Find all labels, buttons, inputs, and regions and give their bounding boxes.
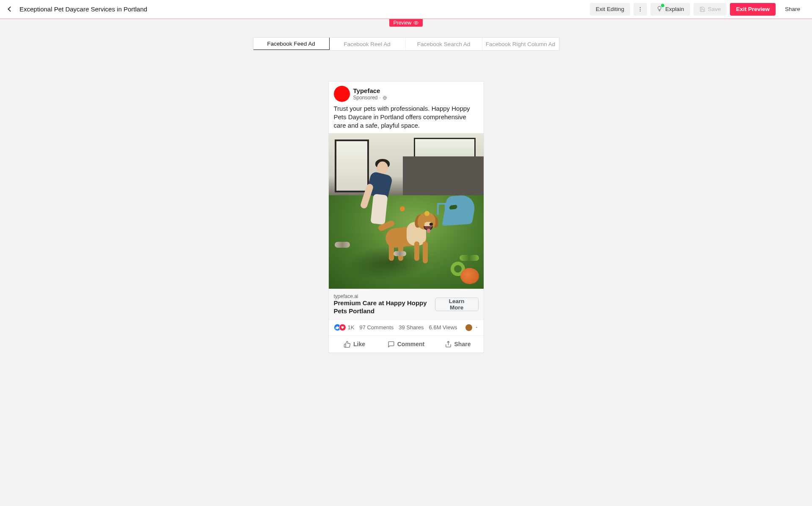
tab-facebook-right-column[interactable]: Facebook Right Column Ad bbox=[482, 38, 559, 50]
sponsored-label: Sponsored bbox=[353, 95, 378, 101]
globe-icon bbox=[383, 96, 387, 100]
love-reaction-icon bbox=[339, 324, 346, 331]
back-button[interactable] bbox=[6, 5, 14, 14]
comments-count: 97 Comments bbox=[359, 324, 394, 331]
reactions-cluster: 1K bbox=[334, 324, 355, 331]
fb-post-body: Trust your pets with professionals. Happ… bbox=[329, 102, 484, 133]
svg-point-0 bbox=[640, 7, 641, 8]
topbar-actions: Exit Editing Explain Save Exit Preview S… bbox=[590, 3, 806, 16]
learn-more-button[interactable]: Learn More bbox=[435, 298, 479, 311]
reactions-count: 1K bbox=[348, 324, 355, 331]
fb-cta-text: typeface.ai Premium Care at Happy Hoppy … bbox=[334, 293, 435, 315]
preview-badge-label: Preview bbox=[394, 20, 412, 26]
dot-separator: · bbox=[380, 95, 381, 101]
like-action[interactable]: Like bbox=[329, 336, 380, 353]
reaction-icons bbox=[334, 324, 346, 331]
more-menu-button[interactable] bbox=[633, 3, 647, 16]
comment-icon bbox=[388, 341, 395, 348]
lightbulb-icon bbox=[656, 5, 663, 13]
viewer-avatar bbox=[465, 324, 472, 331]
like-action-label: Like bbox=[353, 341, 365, 347]
share-action[interactable]: Share bbox=[432, 336, 484, 353]
fb-action-bar: Like Comment Share bbox=[329, 335, 484, 353]
save-icon bbox=[699, 6, 705, 12]
more-vertical-icon bbox=[637, 6, 643, 12]
page-avatar bbox=[334, 86, 350, 102]
comment-action-label: Comment bbox=[397, 341, 425, 347]
shares-count: 39 Shares bbox=[399, 324, 424, 331]
ad-format-tabs-wrap: Facebook Feed Ad Facebook Reel Ad Facebo… bbox=[0, 37, 812, 51]
explain-label: Explain bbox=[665, 6, 684, 12]
exit-editing-button[interactable]: Exit Editing bbox=[590, 3, 630, 16]
preview-badge: Preview bbox=[389, 19, 423, 27]
svg-point-1 bbox=[640, 8, 641, 9]
share-action-label: Share bbox=[454, 341, 471, 347]
notification-dot-icon bbox=[661, 4, 664, 7]
views-count: 6.6M Views bbox=[429, 324, 457, 331]
comment-action[interactable]: Comment bbox=[380, 336, 432, 353]
tab-facebook-feed[interactable]: Facebook Feed Ad bbox=[253, 37, 330, 50]
tab-facebook-search[interactable]: Facebook Search Ad bbox=[406, 38, 482, 50]
facebook-feed-card: Typeface Sponsored · Trust your pets wit… bbox=[328, 81, 484, 353]
app-topbar: Exceptional Pet Daycare Services in Port… bbox=[0, 0, 812, 19]
fb-post-header: Typeface Sponsored · bbox=[329, 82, 484, 102]
preview-badge-wrap: Preview bbox=[0, 19, 812, 27]
stats-right bbox=[465, 324, 479, 331]
ad-preview-area: Typeface Sponsored · Trust your pets wit… bbox=[0, 81, 812, 370]
share-icon bbox=[445, 341, 452, 348]
eye-icon bbox=[413, 20, 418, 25]
share-button[interactable]: Share bbox=[779, 3, 806, 16]
fb-cta-headline: Premium Care at Happy Hoppy Pets Portlan… bbox=[334, 299, 435, 315]
fb-post-image bbox=[329, 133, 484, 289]
exit-preview-button[interactable]: Exit Preview bbox=[730, 3, 776, 16]
accent-divider bbox=[0, 19, 812, 19]
page-name: Typeface bbox=[353, 87, 387, 95]
svg-point-2 bbox=[640, 11, 641, 11]
fb-cta-domain: typeface.ai bbox=[334, 293, 435, 299]
ad-format-tabs: Facebook Feed Ad Facebook Reel Ad Facebo… bbox=[253, 37, 559, 51]
tab-facebook-reel[interactable]: Facebook Reel Ad bbox=[329, 38, 406, 50]
fb-cta-bar: typeface.ai Premium Care at Happy Hoppy … bbox=[329, 289, 484, 320]
save-label: Save bbox=[708, 6, 721, 12]
caret-down-icon bbox=[475, 325, 479, 329]
page-title: Exceptional Pet Daycare Services in Port… bbox=[19, 5, 585, 13]
thumbs-up-icon bbox=[344, 341, 351, 348]
explain-button[interactable]: Explain bbox=[650, 3, 690, 16]
svg-point-3 bbox=[416, 22, 417, 24]
save-button[interactable]: Save bbox=[694, 3, 727, 16]
sponsored-line: Sponsored · bbox=[353, 95, 387, 101]
fb-engagement-stats: 1K 97 Comments 39 Shares 6.6M Views bbox=[329, 319, 484, 335]
chevron-left-icon bbox=[8, 6, 13, 12]
